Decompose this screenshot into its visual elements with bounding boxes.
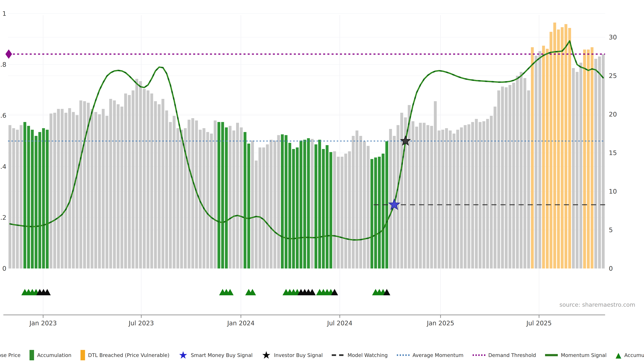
price-bar [456,130,459,269]
price-bar [422,123,426,269]
price-bar [318,140,321,269]
legend-label: Momentum Signal [561,352,606,358]
price-bar [38,132,41,269]
legend-label: Close Price [0,352,20,358]
source-note: source: sharemaestro.com [560,301,635,308]
x-tick-label: Jul 2025 [526,320,552,327]
right-axis-labels: 051015202530 [609,33,617,272]
price-bar [583,50,586,269]
price-bar [326,145,328,269]
legend-item: Close Price [0,350,20,360]
price-bar [311,139,314,269]
price-bar [576,72,578,269]
legend-item: Model Watching [332,352,388,358]
price-bar [146,90,150,269]
left-axis-tick-label: 0.2 [0,214,6,221]
price-bar [344,154,347,269]
left-axis-tick-label: 0.8 [0,61,6,68]
left-axis-labels: 00.20.40.60.81 [0,10,6,272]
legend-item: ★Smart Money Buy Signal [178,350,252,360]
price-bar [173,116,176,269]
price-bar [76,115,78,269]
price-bar [580,63,582,269]
chart-canvas: Jan 2023Jul 2023Jan 2024Jul 2024Jan 2025… [0,0,644,337]
price-bar [557,29,560,269]
price-bar [591,47,594,269]
price-bar [277,135,280,269]
price-bar [236,123,239,269]
price-bar [397,125,400,269]
legend-item: Demand Threshold [472,352,536,358]
price-bar [430,126,433,269]
price-bar [292,149,295,269]
dtl-breached-swatch-icon [80,350,85,360]
legend-item: ★Investor Buy Signal [262,350,323,360]
price-bar [535,56,538,269]
price-bar [57,109,60,269]
price-bar [415,127,418,269]
price-bar [512,83,515,269]
price-bar [117,104,120,269]
price-bar [314,144,317,269]
price-bar [34,136,38,269]
price-bar [150,93,153,269]
price-bar [120,107,123,269]
price-bar [452,134,455,269]
price-bar [124,93,127,269]
right-axis-tick-label: 10 [609,188,617,195]
accumulation-markers [21,289,390,295]
price-bar [527,90,530,269]
legend-label: Investor Buy Signal [274,352,323,358]
price-bar [445,128,448,269]
x-tick-label: Jan 2023 [29,320,57,327]
price-bar [94,112,97,269]
price-bar [180,130,183,269]
price-bar [113,100,116,269]
price-bar [135,79,138,269]
momentum-chart-page: Jan 2023Jul 2023Jan 2024Jul 2024Jan 2025… [0,0,644,362]
price-bar [139,81,142,269]
price-bar [247,144,250,269]
price-bars [8,23,605,269]
price-bar [602,54,604,269]
price-bar [370,159,373,269]
legend-label: Accumulation [37,352,71,358]
price-bar [490,116,493,269]
price-bar [412,121,414,269]
price-bar [143,89,146,269]
price-bar [53,113,56,269]
price-bar [352,136,355,269]
price-bar [102,109,105,269]
price-bar [258,147,261,269]
price-bar [482,121,485,269]
right-axis-tick-label: 30 [609,33,617,41]
price-bar [359,136,362,269]
price-bar [240,127,243,269]
price-bar [497,90,500,269]
price-bar [542,46,545,269]
price-bar [202,128,206,269]
price-bar [330,152,332,269]
legend-label: Smart Money Buy Signal [191,352,252,358]
price-bar [561,27,564,269]
price-bar [251,140,254,269]
legend-item: ▲Accumulation [616,352,644,359]
price-bar [598,56,601,269]
accumulation-triangle-icon: ▲ [616,352,621,359]
price-bar [284,135,288,269]
price-bar [333,151,336,269]
price-bar [232,131,235,269]
legend-label: DTL Breached (Price Vulnerable) [88,352,170,358]
price-bar [553,23,556,269]
chart-legend: Close PriceAccumulationDTL Breached (Pri… [0,350,644,360]
left-axis-tick-label: 0.6 [0,112,6,119]
price-bar [594,59,597,269]
price-bar [106,116,108,269]
price-bar [438,131,440,269]
price-bar [228,126,232,269]
price-bar [83,101,86,269]
price-bar [367,146,370,269]
price-bar [61,109,64,269]
price-bar [165,110,168,269]
price-bar [210,134,213,269]
